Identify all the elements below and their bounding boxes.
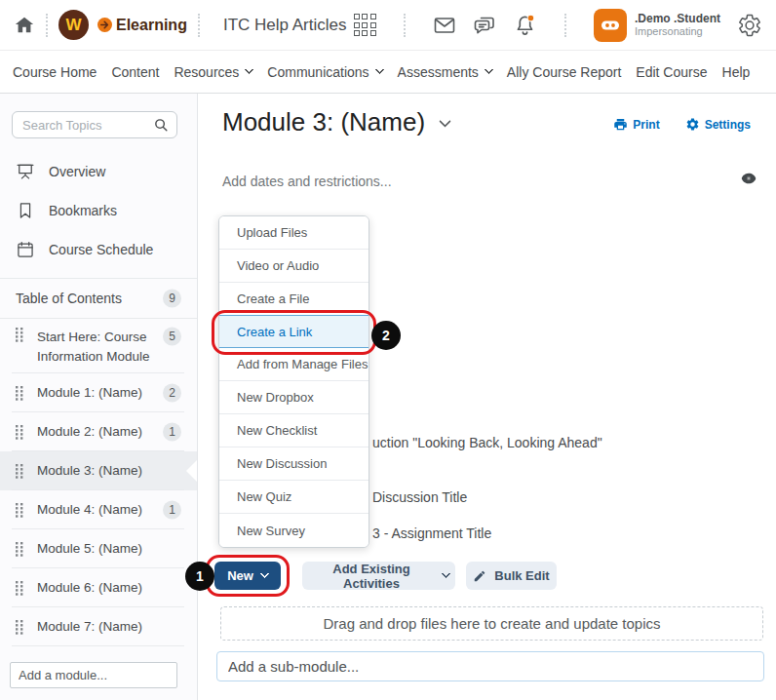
module-label: Module 7: (Name) (37, 617, 142, 637)
search-icon[interactable] (153, 117, 170, 134)
module-label: Module 1: (Name) (37, 383, 142, 403)
menu-item-new-survey[interactable]: New Survey (219, 514, 369, 547)
toc-label: Table of Contents (16, 291, 122, 306)
module-count-badge: 5 (163, 328, 181, 346)
nav-edit-course[interactable]: Edit Course (636, 64, 707, 80)
waffle-icon[interactable] (354, 14, 376, 36)
nav-course-home[interactable]: Course Home (13, 64, 97, 80)
menu-item-create-a-file[interactable]: Create a File (219, 283, 369, 316)
module-count-badge: 2 (163, 384, 181, 403)
dropzone-label: Drag and drop files here to create and u… (323, 615, 660, 632)
content-sidebar: Overview Bookmarks Course Schedule Table… (0, 94, 198, 700)
drag-handle-icon[interactable] (16, 542, 23, 557)
topbar-actions: .Demo .Student Impersonating (354, 9, 762, 42)
content-item-partial[interactable]: Discussion Title (372, 489, 467, 505)
annotation-step-1-badge: 1 (185, 562, 214, 591)
sidebar-item-course-schedule[interactable]: Course Schedule (0, 230, 197, 269)
impersonation-avatar (594, 9, 627, 42)
chevron-down-icon (439, 115, 451, 128)
add-module-field (10, 662, 177, 688)
drag-handle-icon[interactable] (16, 464, 23, 479)
course-title: ITC Help Articles (223, 16, 347, 35)
home-icon[interactable] (14, 15, 35, 36)
menu-item-upload-files[interactable]: Upload Files (219, 216, 369, 250)
add-dates-restrictions[interactable]: Add dates and restrictions... (222, 174, 392, 189)
nav-resources[interactable]: Resources (174, 64, 252, 80)
drag-handle-icon[interactable] (16, 425, 23, 440)
menu-item-add-from-manage-files[interactable]: Add from Manage Files (219, 348, 369, 381)
drag-handle-icon[interactable] (16, 503, 23, 518)
sidebar-module-6[interactable]: Module 6: (Name) (0, 568, 197, 607)
notification-bell-icon[interactable] (513, 13, 537, 37)
university-logo[interactable]: W (58, 10, 89, 40)
settings-label: Settings (705, 118, 751, 132)
menu-item-video-or-audio[interactable]: Video or Audio (219, 250, 369, 283)
sidebar-item-bookmarks[interactable]: Bookmarks (0, 191, 197, 230)
sidebar-module-3-selected[interactable]: Module 3: (Name) (0, 451, 197, 490)
arrow-circle-icon (97, 18, 112, 32)
content-item-partial[interactable]: uction "Looking Back, Looking Ahead" (372, 435, 602, 450)
divider (198, 14, 200, 37)
sidebar-module-5[interactable]: Module 5: (Name) (0, 529, 197, 568)
menu-item-new-dropbox[interactable]: New Dropbox (219, 381, 369, 414)
divider (404, 14, 406, 37)
elearning-label: Elearning (116, 17, 187, 34)
print-button[interactable]: Print (613, 117, 659, 132)
module-count-badge: 1 (163, 423, 181, 442)
sidebar-module-1[interactable]: Module 1: (Name) 2 (0, 373, 197, 412)
nav-communications[interactable]: Communications (267, 64, 382, 80)
module-title-text: Module 3: (Name) (222, 107, 425, 137)
nav-ally-course-report[interactable]: Ally Course Report (507, 64, 622, 80)
drag-handle-icon[interactable] (16, 620, 23, 635)
content-item-partial[interactable]: 3 - Assignment Title (372, 525, 491, 541)
main-content: Module 3: (Name) Print Settings Add date… (199, 94, 776, 700)
module-title[interactable]: Module 3: (Name) (222, 107, 449, 137)
chevron-down-icon (259, 569, 269, 579)
divider (46, 14, 48, 37)
nav-help[interactable]: Help (722, 64, 751, 80)
module-label: Module 3: (Name) (37, 461, 142, 481)
calendar-icon (16, 240, 35, 259)
add-module-input[interactable] (10, 662, 177, 688)
chevron-down-icon (245, 65, 254, 75)
menu-item-create-a-link[interactable]: Create a Link (219, 315, 369, 348)
visibility-eye-icon[interactable] (741, 173, 757, 184)
nav-content[interactable]: Content (111, 64, 159, 80)
menu-item-new-quiz[interactable]: New Quiz (219, 481, 369, 514)
annotation-step-2-badge: 2 (371, 321, 401, 350)
add-submodule-input[interactable] (216, 651, 764, 681)
sidebar-links: Overview Bookmarks Course Schedule (0, 152, 197, 269)
table-of-contents[interactable]: Table of Contents 9 (0, 278, 197, 319)
admin-gear-icon[interactable] (737, 13, 762, 38)
module-label: Start Here: Course Information Module (37, 328, 150, 367)
drag-handle-icon[interactable] (16, 581, 23, 596)
bulk-edit-button[interactable]: Bulk Edit (466, 562, 557, 590)
user-menu[interactable]: .Demo .Student Impersonating (594, 9, 720, 42)
user-name: .Demo .Student (635, 12, 720, 25)
chat-icon[interactable] (473, 14, 496, 37)
menu-item-new-discussion[interactable]: New Discussion (219, 447, 369, 481)
sidebar-module-start-here[interactable]: Start Here: Course Information Module 5 (0, 319, 197, 373)
drag-drop-zone[interactable]: Drag and drop files here to create and u… (220, 606, 763, 641)
sidebar-module-4[interactable]: Module 4: (Name) 1 (0, 490, 197, 529)
new-button[interactable]: New (214, 562, 281, 590)
sidebar-item-overview[interactable]: Overview (0, 152, 197, 191)
overview-icon (16, 162, 35, 181)
elearning-logo[interactable]: Elearning (97, 17, 187, 34)
add-submodule-field (216, 651, 764, 681)
module-label: Module 2: (Name) (37, 422, 142, 442)
chevron-down-icon (442, 569, 451, 579)
edit-pencil-icon (473, 569, 486, 583)
user-status: Impersonating (635, 25, 720, 38)
drag-handle-icon[interactable] (16, 328, 23, 342)
drag-handle-icon[interactable] (16, 386, 23, 401)
nav-assessments[interactable]: Assessments (398, 64, 492, 80)
add-existing-activities-button[interactable]: Add Existing Activities (302, 562, 455, 590)
menu-item-new-checklist[interactable]: New Checklist (219, 414, 369, 447)
module-label: Module 5: (Name) (37, 539, 142, 559)
email-icon[interactable] (433, 14, 456, 37)
sidebar-module-7[interactable]: Module 7: (Name) (0, 607, 197, 646)
sidebar-item-label: Bookmarks (49, 203, 117, 218)
sidebar-module-2[interactable]: Module 2: (Name) 1 (0, 412, 197, 451)
settings-button[interactable]: Settings (685, 117, 751, 132)
